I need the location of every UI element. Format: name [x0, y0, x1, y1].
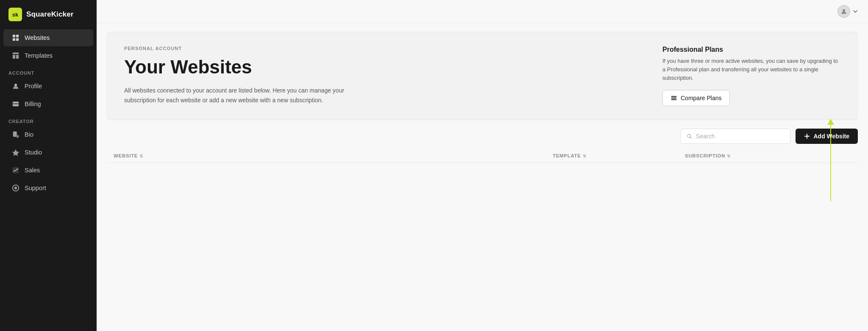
svg-rect-1 — [16, 35, 19, 37]
main-content: PERSONAL ACCOUNT Your Websites All websi… — [97, 0, 868, 331]
svg-point-13 — [16, 135, 19, 137]
column-header-actions — [817, 153, 851, 158]
sidebar-item-profile[interactable]: Profile — [3, 78, 93, 95]
svg-rect-3 — [16, 38, 19, 41]
sidebar-item-profile-label: Profile — [25, 83, 42, 90]
svg-rect-19 — [671, 96, 677, 97]
compare-plans-btn-label: Compare Plans — [681, 95, 722, 101]
grid-icon — [12, 34, 19, 42]
search-input-wrapper[interactable] — [680, 129, 790, 144]
svg-rect-12 — [14, 134, 16, 134]
sidebar-item-bio-label: Bio — [25, 131, 33, 138]
sidebar-item-billing[interactable]: Billing — [3, 95, 93, 112]
hero-title: Your Websites — [124, 57, 645, 77]
search-icon — [687, 133, 693, 140]
sidebar-item-billing-label: Billing — [25, 101, 41, 107]
support-icon — [12, 184, 19, 192]
sidebar-item-templates-label: Templates — [25, 52, 53, 59]
svg-rect-20 — [671, 98, 677, 98]
user-icon — [12, 82, 19, 90]
svg-rect-21 — [671, 99, 677, 100]
websites-toolbar: Add Website — [97, 120, 868, 149]
app-name: SquareKicker — [26, 10, 74, 19]
compare-icon — [670, 95, 677, 101]
layout-icon — [12, 52, 19, 59]
personal-account-label: PERSONAL ACCOUNT — [124, 46, 645, 51]
svg-point-18 — [843, 9, 845, 12]
compare-plans-button[interactable]: Compare Plans — [662, 90, 730, 106]
studio-icon — [12, 149, 19, 156]
pro-plans-desc: If you have three or more active website… — [662, 57, 840, 82]
pro-plans-title: Professional Plans — [662, 46, 840, 53]
svg-line-23 — [690, 137, 692, 138]
sidebar-item-studio[interactable]: Studio — [3, 144, 93, 161]
sidebar-item-websites-label: Websites — [25, 34, 50, 41]
plus-icon — [804, 133, 810, 139]
user-avatar-icon — [840, 8, 847, 15]
svg-rect-15 — [13, 167, 19, 173]
svg-rect-9 — [13, 103, 19, 104]
svg-rect-11 — [14, 133, 16, 133]
websites-table: WEBSITE ⇅ TEMPLATE ⇅ SUBSCRIPTION ⇅ — [107, 149, 858, 163]
hero-description: All websites connected to your account a… — [124, 86, 370, 105]
svg-rect-4 — [13, 53, 19, 54]
sort-icon-website: ⇅ — [139, 154, 143, 158]
account-section-label: ACCOUNT — [0, 65, 97, 77]
svg-rect-5 — [13, 55, 15, 59]
sidebar-item-sales-label: Sales — [25, 167, 40, 174]
sidebar-item-sales[interactable]: Sales — [3, 162, 93, 179]
bio-icon — [12, 131, 19, 138]
sidebar-item-studio-label: Studio — [25, 149, 42, 156]
add-website-button[interactable]: Add Website — [796, 129, 858, 144]
topbar — [97, 0, 868, 23]
sidebar-item-websites[interactable]: Websites — [3, 29, 93, 46]
sales-icon — [12, 166, 19, 174]
svg-point-17 — [14, 187, 17, 189]
sidebar-item-support[interactable]: Support — [3, 180, 93, 196]
svg-point-7 — [14, 84, 17, 86]
sidebar: sk SquareKicker Websites Templates ACCOU… — [0, 0, 97, 331]
sidebar-logo[interactable]: sk SquareKicker — [0, 0, 97, 29]
hero-left: PERSONAL ACCOUNT Your Websites All websi… — [124, 46, 645, 105]
svg-marker-14 — [12, 149, 19, 156]
logo-box: sk — [8, 8, 22, 21]
column-header-subscription[interactable]: SUBSCRIPTION ⇅ — [685, 153, 812, 158]
hero-right: Professional Plans If you have three or … — [662, 46, 840, 106]
arrow-head — [827, 119, 834, 125]
credit-card-icon — [12, 100, 19, 108]
column-header-template[interactable]: TEMPLATE ⇅ — [553, 153, 680, 158]
svg-rect-0 — [13, 35, 15, 37]
svg-rect-6 — [16, 55, 19, 59]
arrow-annotation — [827, 119, 834, 201]
column-header-website[interactable]: WEBSITE ⇅ — [114, 153, 548, 158]
search-input[interactable] — [696, 133, 784, 140]
sidebar-item-templates[interactable]: Templates — [3, 47, 93, 64]
user-avatar-button[interactable] — [837, 5, 858, 18]
sidebar-item-support-label: Support — [25, 185, 46, 191]
svg-rect-2 — [13, 38, 15, 41]
table-header: WEBSITE ⇅ TEMPLATE ⇅ SUBSCRIPTION ⇅ — [107, 149, 858, 163]
creator-section-label: CREATOR — [0, 113, 97, 126]
sidebar-item-bio[interactable]: Bio — [3, 126, 93, 143]
avatar — [837, 5, 850, 18]
sort-icon-template: ⇅ — [583, 154, 587, 158]
arrow-line — [830, 125, 831, 201]
chevron-down-icon — [853, 9, 858, 14]
sort-icon-subscription: ⇅ — [727, 154, 731, 158]
hero-banner: PERSONAL ACCOUNT Your Websites All websi… — [107, 32, 858, 120]
